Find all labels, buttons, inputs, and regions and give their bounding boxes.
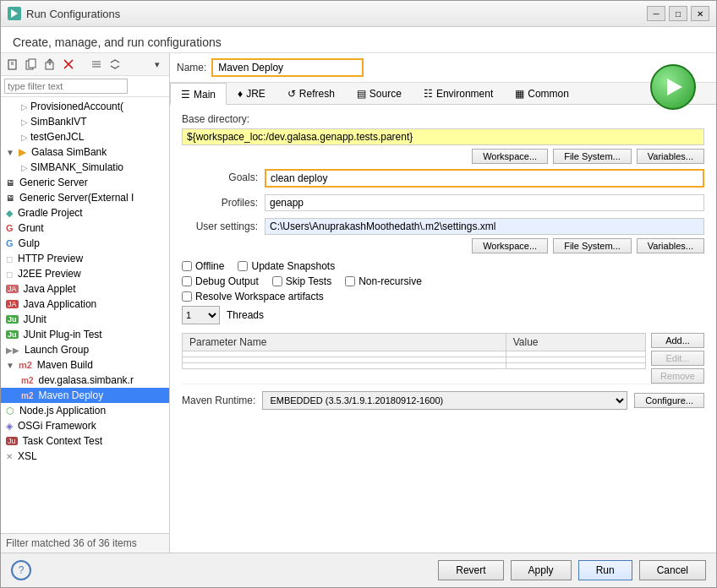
edit-button[interactable]: Edit... (651, 351, 704, 366)
apply-button[interactable]: Apply (511, 560, 572, 580)
user-settings-input[interactable] (265, 218, 704, 235)
run-button[interactable] (650, 64, 696, 110)
list-item[interactable]: ▶▶ Launch Group (1, 342, 169, 357)
tree-label: testGenJCL (30, 131, 84, 143)
maven-runtime-select[interactable]: EMBEDDED (3.5.3/1.9.1.20180912-1600) (262, 391, 627, 410)
title-bar-left: Run Configurations (8, 7, 120, 20)
list-item[interactable]: m2 dev.galasa.simbank.r (1, 373, 169, 388)
expand-arrow-icon: ▼ (6, 148, 14, 157)
offline-checkbox[interactable] (182, 261, 192, 271)
revert-button[interactable]: Revert (438, 560, 503, 580)
list-item[interactable]: ▷ ProvisionedAccount( (1, 99, 169, 114)
task-context-icon: Ju (6, 437, 18, 445)
minimize-button[interactable]: ─ (647, 6, 665, 21)
tab-source[interactable]: ▤ Source (346, 83, 413, 104)
tree-label: JUnit Plug-in Test (24, 329, 102, 340)
list-item[interactable]: Ju JUnit (1, 312, 169, 327)
debug-output-checkbox[interactable] (182, 276, 192, 286)
list-item[interactable]: ▼ ▶ Galasa SimBank (1, 144, 169, 160)
left-toolbar: ▾ (1, 53, 169, 76)
collapse-button[interactable] (88, 56, 105, 73)
nodejs-icon: ⬡ (6, 406, 14, 416)
list-item[interactable]: G Gulp (1, 236, 169, 251)
debug-output-checkbox-item: Debug Output (182, 275, 259, 287)
remove-button[interactable]: Remove (651, 368, 704, 384)
list-item[interactable]: ▷ testGenJCL (1, 129, 169, 144)
tab-content-main: Base directory: Workspace... File System… (170, 105, 716, 553)
tab-refresh[interactable]: ↺ Refresh (276, 83, 346, 104)
restore-button[interactable]: □ (669, 6, 687, 21)
list-item[interactable]: ⬡ Node.js Application (1, 403, 169, 418)
tab-common[interactable]: ▦ Common (504, 83, 580, 104)
tab-jre[interactable]: ♦ JRE (227, 83, 276, 104)
help-icon: ? (19, 564, 25, 576)
tree-label: SIMBANK_Simulatio (30, 161, 123, 173)
list-item[interactable]: ✕ XSL (1, 449, 169, 464)
list-item[interactable]: JA Java Applet (1, 281, 169, 297)
name-label: Name: (177, 62, 206, 74)
tab-environment[interactable]: ☷ Environment (413, 83, 504, 104)
expand-button[interactable] (107, 56, 123, 73)
profiles-input[interactable] (265, 194, 704, 211)
list-item[interactable]: ◆ Gradle Project (1, 205, 169, 220)
left-panel: ▾ ▷ ProvisionedAccount( ▷ SimBankIVT ▷ t… (1, 53, 170, 553)
list-item[interactable]: 🖥 Generic Server (1, 175, 169, 190)
name-input[interactable] (211, 58, 364, 77)
list-item[interactable]: m2 Maven Deploy (1, 388, 169, 403)
list-item[interactable]: ◻ J2EE Preview (1, 266, 169, 281)
configure-button[interactable]: Configure... (634, 393, 704, 408)
delete-button[interactable] (60, 56, 77, 73)
add-button[interactable]: Add... (651, 333, 704, 348)
list-item[interactable]: 🖥 Generic Server(External I (1, 190, 169, 205)
list-item[interactable]: JA Java Application (1, 297, 169, 312)
list-item[interactable]: ▼ m2 Maven Build (1, 357, 169, 373)
resolve-workspace-checkbox[interactable] (182, 291, 192, 302)
list-item[interactable]: Ju Task Context Test (1, 433, 169, 449)
duplicate-button[interactable] (23, 56, 40, 73)
resolve-workspace-row: Resolve Workspace artifacts (182, 291, 704, 302)
tree-label: Maven Build (37, 359, 93, 371)
java-applet-icon: JA (6, 285, 19, 293)
tree-label: Task Context Test (23, 435, 103, 447)
profiles-input-group (265, 194, 704, 211)
profiles-row: Profiles: (182, 194, 704, 211)
param-name-header: Parameter Name (183, 334, 506, 351)
list-item[interactable]: G Grunt (1, 220, 169, 236)
filesystem-button-1[interactable]: File System... (553, 149, 632, 164)
tab-main[interactable]: ☰ Main (170, 83, 227, 105)
workspace-button-1[interactable]: Workspace... (472, 149, 548, 164)
new-config-button[interactable] (4, 56, 21, 73)
list-item[interactable]: ▷ SIMBANK_Simulatio (1, 160, 169, 175)
workspace-button-2[interactable]: Workspace... (472, 238, 548, 253)
view-menu-button[interactable]: ▾ (149, 56, 166, 73)
variables-button-2[interactable]: Variables... (637, 238, 704, 253)
non-recursive-checkbox[interactable] (345, 276, 355, 286)
variables-button-1[interactable]: Variables... (637, 149, 704, 164)
close-button[interactable]: ✕ (691, 6, 709, 21)
help-button[interactable]: ? (11, 560, 31, 580)
list-item[interactable]: ◈ OSGi Framework (1, 418, 169, 433)
threads-select[interactable]: 1 2 4 (182, 306, 220, 324)
run-action-button[interactable]: Run (578, 560, 632, 580)
skip-tests-checkbox[interactable] (272, 276, 282, 286)
tree-label: Gulp (19, 237, 40, 249)
cancel-button[interactable]: Cancel (639, 560, 706, 580)
base-directory-input[interactable] (182, 128, 704, 145)
checkboxes-row-1: Offline Update Snapshots (182, 260, 704, 272)
maven-runtime-label: Maven Runtime: (182, 395, 255, 406)
parameters-section: Parameter Name Value (182, 333, 704, 384)
filter-input[interactable] (4, 79, 128, 94)
goals-input[interactable] (265, 169, 704, 188)
export-button[interactable] (41, 56, 58, 73)
tree-label: Gradle Project (18, 207, 83, 219)
list-item[interactable]: ◻ HTTP Preview (1, 251, 169, 266)
junit-icon: Ju (6, 315, 19, 324)
filesystem-button-2[interactable]: File System... (553, 238, 632, 253)
base-directory-section: Base directory: Workspace... File System… (182, 113, 704, 164)
list-item[interactable]: Ju JUnit Plug-in Test (1, 327, 169, 342)
xsl-icon: ✕ (6, 452, 13, 461)
list-item[interactable]: ▷ SimBankIVT (1, 114, 169, 129)
base-directory-label: Base directory: (182, 113, 704, 125)
m2-icon2: m2 (21, 391, 33, 400)
update-snapshots-checkbox[interactable] (238, 261, 248, 271)
